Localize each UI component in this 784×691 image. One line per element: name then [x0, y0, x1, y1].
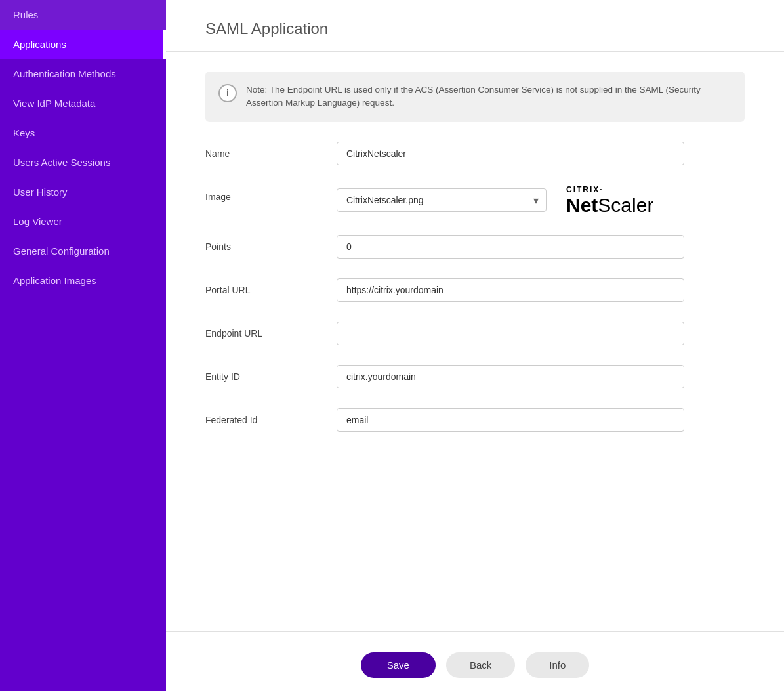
sidebar-item-label: General Configuration	[13, 245, 110, 257]
image-select[interactable]: CitrixNetscaler.png	[337, 188, 547, 212]
points-row: Points	[205, 235, 745, 259]
sidebar-item-log-viewer[interactable]: Log Viewer	[0, 207, 166, 236]
sidebar-item-general-configuration[interactable]: General Configuration	[0, 236, 166, 266]
sidebar-item-label: Application Images	[13, 275, 96, 286]
name-row: Name	[205, 142, 745, 165]
portal-url-field-wrapper	[337, 278, 684, 302]
portal-url-input[interactable]	[337, 278, 684, 302]
endpoint-url-input[interactable]	[337, 322, 684, 345]
federated-id-input[interactable]	[337, 408, 684, 432]
sidebar-item-user-history[interactable]: User History	[0, 177, 166, 207]
federated-id-label: Federated Id	[205, 408, 337, 425]
sidebar-item-label: Applications	[13, 39, 66, 50]
sidebar-item-keys[interactable]: Keys	[0, 118, 166, 148]
back-button[interactable]: Back	[446, 652, 515, 678]
name-input[interactable]	[337, 142, 684, 165]
sidebar-item-label: Log Viewer	[13, 216, 62, 227]
info-button[interactable]: Info	[526, 652, 589, 678]
sidebar-item-label: User History	[13, 186, 68, 198]
sidebar-item-view-idp-metadata[interactable]: View IdP Metadata	[0, 89, 166, 118]
entity-id-row: Entity ID	[205, 365, 745, 388]
entity-id-field-wrapper	[337, 365, 684, 388]
endpoint-url-field-wrapper	[337, 322, 684, 345]
info-banner-text: Note: The Endpoint URL is used only if t…	[246, 83, 732, 110]
sidebar: Rules Applications Authentication Method…	[0, 0, 166, 691]
sidebar-item-label: View IdP Metadata	[13, 98, 95, 109]
content-area: i Note: The Endpoint URL is used only if…	[166, 52, 784, 625]
sidebar-item-users-active-sessions[interactable]: Users Active Sessions	[0, 148, 166, 177]
info-icon: i	[218, 84, 237, 102]
sidebar-item-label: Authentication Methods	[13, 68, 116, 79]
points-input[interactable]	[337, 235, 684, 259]
portal-url-row: Portal URL	[205, 278, 745, 302]
image-label: Image	[205, 185, 337, 202]
footer-divider	[166, 631, 784, 632]
footer: Save Back Info	[166, 639, 784, 691]
netscaler-logo: CiTRiX· NetScaler	[566, 185, 653, 215]
portal-url-label: Portal URL	[205, 278, 337, 295]
entity-id-input[interactable]	[337, 365, 684, 388]
save-button[interactable]: Save	[361, 652, 436, 678]
federated-id-field-wrapper	[337, 408, 684, 432]
image-row-inner: CitrixNetscaler.png ▾ CiTRiX· NetScaler	[337, 185, 684, 215]
image-field-wrapper: CitrixNetscaler.png ▾ CiTRiX· NetScaler	[337, 185, 684, 215]
citrix-label: CiTRiX·	[566, 185, 604, 194]
name-field-wrapper	[337, 142, 684, 165]
sidebar-item-rules[interactable]: Rules	[0, 0, 166, 30]
sidebar-item-label: Users Active Sessions	[13, 157, 110, 168]
image-row: Image CitrixNetscaler.png ▾ CiTRiX·	[205, 185, 745, 215]
sidebar-item-applications[interactable]: Applications	[0, 30, 166, 59]
page-title: SAML Application	[205, 20, 745, 38]
points-field-wrapper	[337, 235, 684, 259]
image-select-wrapper: CitrixNetscaler.png ▾	[337, 188, 547, 212]
main-content: SAML Application i Note: The Endpoint UR…	[166, 0, 784, 691]
entity-id-label: Entity ID	[205, 365, 337, 382]
sidebar-item-application-images[interactable]: Application Images	[0, 266, 166, 295]
federated-id-row: Federated Id	[205, 408, 745, 432]
sidebar-item-authentication-methods[interactable]: Authentication Methods	[0, 59, 166, 89]
name-label: Name	[205, 142, 337, 159]
endpoint-url-row: Endpoint URL	[205, 322, 745, 345]
sidebar-item-label: Keys	[13, 127, 35, 138]
points-label: Points	[205, 235, 337, 252]
page-header: SAML Application	[166, 0, 784, 52]
sidebar-item-label: Rules	[13, 9, 38, 20]
info-banner: i Note: The Endpoint URL is used only if…	[205, 72, 745, 122]
endpoint-url-label: Endpoint URL	[205, 322, 337, 339]
netscaler-name: NetScaler	[566, 196, 653, 215]
